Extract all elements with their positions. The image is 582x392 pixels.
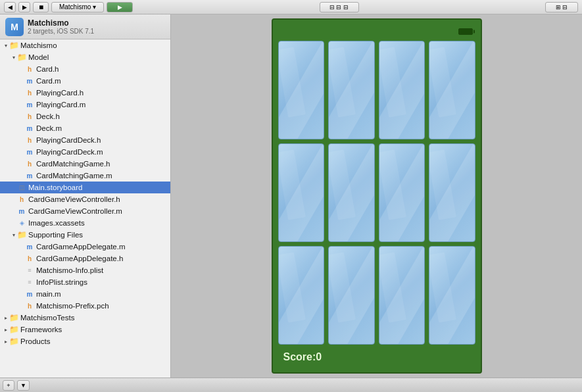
sidebar-item-matchismo-prefix-pch[interactable]: hMatchismo-Prefix.pch [0, 300, 170, 312]
folder-icon: 📁 [9, 313, 18, 322]
sidebar-item-label: PlayingCardDeck.h [36, 136, 101, 144]
folder-icon: 📁 [17, 230, 26, 239]
card-cell[interactable] [379, 41, 425, 139]
sidebar-item-cardgameappdelegate-m[interactable]: mCardGameAppDelegate.m [0, 241, 170, 253]
m-icon: m [25, 171, 34, 180]
sidebar-item-label: Deck.m [36, 124, 62, 132]
view-toggle[interactable]: ⊞ ⊟ [545, 2, 578, 12]
h-icon: h [25, 64, 34, 74]
bottom-bar: + ▼ [0, 378, 582, 392]
sidebar-item-cardgameviewcontroller-h[interactable]: hCardGameViewController.h [0, 193, 170, 205]
sidebar-item-frameworks[interactable]: 📁Frameworks [0, 324, 170, 335]
sidebar-item-deck-h[interactable]: hDeck.h [0, 110, 170, 122]
sidebar-item-supporting-files[interactable]: 📁Supporting Files [0, 229, 170, 241]
sidebar-item-main-storyboard[interactable]: ◫Main.storyboard [0, 182, 170, 193]
sidebar-item-infoplist-strings[interactable]: ≡InfoPlist.strings [0, 276, 170, 288]
sidebar-item-label: CardMatchingGame.m [36, 172, 112, 180]
sidebar-item-matchismo-root[interactable]: 📁Matchismo [0, 39, 170, 51]
sidebar-item-label: CardGameViewController.h [28, 195, 120, 203]
card-cell[interactable] [429, 143, 475, 242]
sidebar-item-playingcarddeck-h[interactable]: hPlayingCardDeck.h [0, 134, 170, 146]
sidebar-item-playingcard-h[interactable]: hPlayingCard.h [0, 87, 170, 99]
sidebar-item-label: MatchismoTests [20, 314, 74, 322]
back-button[interactable]: ◀ [4, 2, 16, 12]
score-label: Score:0 [283, 351, 322, 363]
project-name: Matchismo [28, 18, 94, 28]
h-icon: h [25, 112, 34, 121]
sidebar-item-label: PlayingCard.h [36, 89, 84, 97]
sidebar-item-deck-m[interactable]: mDeck.m [0, 122, 170, 134]
add-file-button[interactable]: + [3, 380, 14, 391]
card-cell[interactable] [328, 41, 375, 139]
card-cell[interactable] [429, 41, 475, 139]
card-cell[interactable] [278, 246, 325, 345]
status-bar [278, 25, 475, 38]
canvas-area: Score:0 [171, 14, 582, 378]
sidebar-item-label: Matchismo-Prefix.pch [36, 302, 109, 310]
m-icon: m [25, 242, 34, 251]
scheme-button[interactable]: Matchismo ▾ [51, 2, 104, 12]
folder-icon: 📁 [9, 41, 18, 50]
card-cell[interactable] [328, 246, 375, 345]
sidebar-item-cardgameappdelegate-h[interactable]: hCardGameAppDelegate.h [0, 253, 170, 264]
sidebar-item-card-m[interactable]: mCard.m [0, 75, 170, 87]
disclosure-triangle [11, 232, 17, 238]
sidebar-item-label: Frameworks [20, 326, 62, 333]
sidebar-item-label: Matchismo [20, 41, 57, 49]
sidebar-item-playingcarddeck-m[interactable]: mPlayingCardDeck.m [0, 146, 170, 158]
sidebar-item-label: CardGameAppDelegate.m [36, 243, 126, 251]
disclosure-triangle [3, 326, 9, 333]
project-info: Matchismo 2 targets, iOS SDK 7.1 [28, 18, 94, 35]
sidebar-item-cardgameviewcontroller-m[interactable]: mCardGameViewController.m [0, 205, 170, 217]
editor-toggle[interactable]: ⊟ ⊟ ⊟ [320, 2, 359, 12]
h-icon: h [25, 159, 34, 168]
disclosure-triangle [3, 338, 9, 345]
plist-icon: ≡ [25, 266, 34, 275]
stop-button[interactable]: ⏹ [33, 2, 49, 12]
strings-icon: ≡ [25, 278, 34, 287]
sidebar-item-main-m[interactable]: mmain.m [0, 288, 170, 300]
sidebar-item-label: InfoPlist.strings [36, 278, 87, 286]
sidebar-item-label: Products [20, 337, 50, 345]
sidebar-item-images-xcassets[interactable]: ◈Images.xcassets [0, 217, 170, 229]
sidebar-item-card-h[interactable]: hCard.h [0, 63, 170, 75]
sidebar-item-model-group[interactable]: 📁Model [0, 51, 170, 63]
sidebar-item-matchismo-info-plist[interactable]: ≡Matchismo-Info.plist [0, 264, 170, 276]
sidebar-item-playingcard-m[interactable]: mPlayingCard.m [0, 99, 170, 110]
sidebar-item-label: CardGameAppDelegate.h [36, 255, 123, 262]
m-icon: m [25, 76, 34, 86]
sidebar-item-label: PlayingCardDeck.m [36, 148, 103, 156]
file-navigator: M Matchismo 2 targets, iOS SDK 7.1 📁Matc… [0, 14, 171, 378]
card-cell[interactable] [278, 143, 325, 242]
project-subtitle: 2 targets, iOS SDK 7.1 [28, 28, 94, 35]
sidebar-item-cardmatchinggame-m[interactable]: mCardMatchingGame.m [0, 170, 170, 182]
sidebar-item-label: CardGameViewController.m [28, 207, 122, 215]
forward-button[interactable]: ▶ [18, 2, 30, 12]
sidebar-item-cardmatchinggame-h[interactable]: hCardMatchingGame.h [0, 158, 170, 170]
sidebar-item-label: Model [28, 53, 49, 61]
sidebar-item-matchismotests[interactable]: 📁MatchismoTests [0, 312, 170, 324]
h-icon: h [25, 135, 34, 145]
toolbar: ◀ ▶ ⏹ Matchismo ▾ ▶ ⊟ ⊟ ⊟ ⊞ ⊟ [0, 0, 582, 14]
h-icon: h [25, 254, 34, 263]
score-bar: Score:0 [278, 347, 475, 367]
xcassets-icon: ◈ [17, 218, 26, 228]
filter-button[interactable]: ▼ [17, 380, 30, 391]
card-cell[interactable] [278, 41, 325, 139]
project-header[interactable]: M Matchismo 2 targets, iOS SDK 7.1 [0, 14, 170, 39]
card-cell[interactable] [379, 246, 425, 345]
card-cell[interactable] [379, 143, 425, 242]
card-cell[interactable] [429, 246, 475, 345]
phone-frame: Score:0 [272, 18, 482, 374]
m-icon: m [25, 100, 34, 109]
m-icon: m [17, 207, 26, 216]
folder-icon: 📁 [9, 337, 18, 346]
h-icon: h [17, 195, 26, 204]
sidebar-item-label: CardMatchingGame.h [36, 160, 110, 168]
sidebar-item-label: PlayingCard.m [36, 101, 85, 109]
sidebar-item-products[interactable]: 📁Products [0, 335, 170, 347]
run-button[interactable]: ▶ [107, 2, 133, 12]
main-area: M Matchismo 2 targets, iOS SDK 7.1 📁Matc… [0, 14, 582, 378]
m-icon: m [25, 289, 34, 299]
card-cell[interactable] [328, 143, 375, 242]
